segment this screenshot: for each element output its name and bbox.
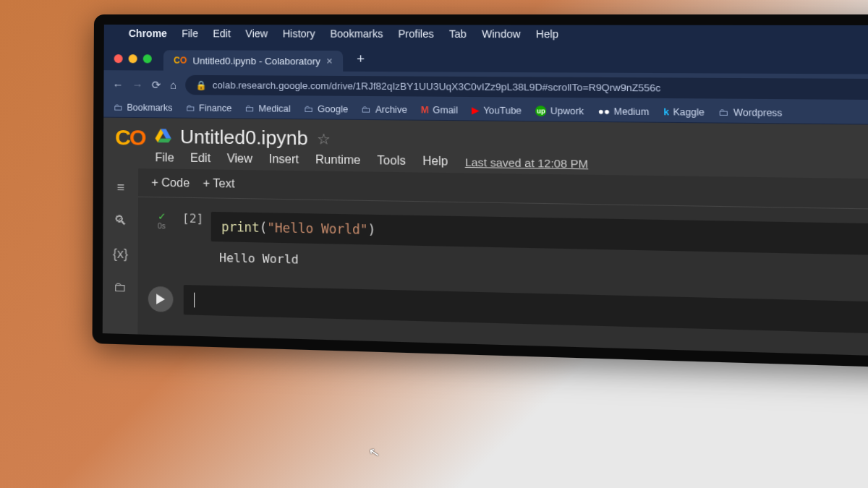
tab-title: Untitled0.ipynb - Colaboratory: [192, 55, 320, 67]
google-drive-icon: [156, 127, 171, 147]
url-text: colab.research.google.com/drive/1RJf82qI…: [213, 80, 661, 93]
browser-tab-strip: CO Untitled0.ipynb - Colaboratory × +: [104, 42, 868, 74]
close-window-button[interactable]: [114, 54, 123, 63]
colab-logo-icon[interactable]: CO: [115, 125, 145, 150]
reload-button[interactable]: ⟳: [152, 78, 161, 91]
youtube-icon: ▶: [472, 104, 480, 116]
mac-menu-view[interactable]: View: [245, 27, 268, 39]
browser-tab[interactable]: CO Untitled0.ipynb - Colaboratory ×: [163, 50, 343, 72]
colab-menu-insert[interactable]: Insert: [269, 153, 299, 166]
star-icon[interactable]: ☆: [317, 129, 331, 147]
add-code-button[interactable]: + Code: [151, 176, 190, 189]
toc-icon[interactable]: ≡: [117, 180, 125, 196]
forward-button[interactable]: →: [132, 78, 142, 90]
mac-menu-help[interactable]: Help: [536, 28, 558, 40]
colab-menu-tools[interactable]: Tools: [377, 154, 406, 168]
gmail-icon: M: [421, 104, 429, 115]
check-icon: ✓: [148, 210, 175, 222]
variables-icon[interactable]: {x}: [113, 246, 128, 262]
execution-count: [2]: [182, 211, 204, 226]
colab-menu-view[interactable]: View: [227, 152, 252, 166]
upwork-icon: up: [535, 106, 546, 116]
bookmark-wordpress[interactable]: 🗀Wordpress: [719, 107, 783, 119]
folder-icon: 🗀: [304, 103, 314, 114]
minimize-window-button[interactable]: [129, 54, 137, 63]
active-app-name[interactable]: Chrome: [129, 27, 167, 39]
bookmark-upwork[interactable]: upUpwork: [535, 106, 584, 116]
maximize-window-button[interactable]: [143, 54, 152, 63]
mac-menu-file[interactable]: File: [182, 27, 198, 39]
colab-menubar: File Edit View Insert Runtime Tools Help…: [155, 151, 588, 170]
code-string: "Hello World": [267, 221, 367, 237]
colab-menu-runtime[interactable]: Runtime: [315, 153, 360, 167]
bookmark-youtube[interactable]: ▶YouTube: [472, 104, 522, 116]
mac-menu-history[interactable]: History: [283, 27, 315, 39]
cell-status: ✓ 0s: [148, 210, 175, 230]
mac-menu-profiles[interactable]: Profiles: [398, 27, 433, 40]
folder-icon: 🗀: [362, 104, 372, 115]
folder-icon: 🗀: [186, 103, 195, 113]
text-cursor: [194, 293, 195, 308]
bookmark-kaggle[interactable]: kKaggle: [663, 106, 705, 117]
exec-time: 0s: [148, 222, 175, 231]
kaggle-icon: k: [663, 106, 669, 117]
window-controls: [111, 51, 156, 70]
bookmark-bookmarks[interactable]: 🗀Bookmarks: [114, 102, 172, 113]
address-bar[interactable]: 🔒 colab.research.google.com/drive/1RJf82…: [185, 75, 868, 100]
folder-icon: 🗀: [114, 102, 123, 112]
back-button[interactable]: ←: [112, 78, 123, 90]
colab-menu-file[interactable]: File: [155, 151, 174, 165]
add-text-button[interactable]: + Text: [203, 177, 235, 191]
code-editor-empty[interactable]: [184, 285, 868, 335]
bookmark-gmail[interactable]: MGmail: [421, 104, 458, 115]
close-tab-icon[interactable]: ×: [326, 55, 333, 67]
code-fn: print: [221, 219, 260, 235]
notebook-title[interactable]: Untitled0.ipynb: [180, 126, 308, 150]
bookmark-finance[interactable]: 🗀Finance: [186, 103, 232, 114]
colab-menu-help[interactable]: Help: [422, 155, 448, 168]
search-icon[interactable]: 🔍︎: [114, 213, 127, 229]
mac-menu-bookmarks[interactable]: Bookmarks: [330, 27, 383, 40]
bookmark-archive[interactable]: 🗀Archive: [362, 104, 407, 115]
colab-favicon-icon: CO: [174, 55, 187, 65]
lock-icon: 🔒: [195, 80, 206, 90]
bookmark-medium[interactable]: ●●Medium: [597, 106, 649, 116]
mac-menubar: Chrome File Edit View History Bookmarks …: [104, 25, 868, 44]
save-status: Last saved at 12:08 PM: [465, 155, 589, 170]
bookmark-google[interactable]: 🗀Google: [304, 103, 348, 114]
mouse-cursor-icon: ↖: [367, 444, 381, 461]
mac-menu-edit[interactable]: Edit: [213, 27, 231, 39]
bookmark-medical[interactable]: 🗀Medical: [245, 103, 291, 114]
mac-menu-tab[interactable]: Tab: [449, 28, 467, 40]
folder-icon: 🗀: [245, 103, 255, 113]
medium-icon: ●●: [597, 106, 610, 116]
mac-menu-window[interactable]: Window: [482, 28, 521, 40]
colab-menu-edit[interactable]: Edit: [190, 152, 210, 166]
run-cell-button[interactable]: [148, 286, 174, 312]
left-sidebar: ≡ 🔍︎ {x} 🗀: [103, 168, 138, 334]
home-button[interactable]: ⌂: [170, 79, 176, 91]
files-icon[interactable]: 🗀: [114, 280, 127, 296]
new-tab-button[interactable]: +: [351, 47, 371, 72]
folder-icon: 🗀: [719, 107, 730, 118]
